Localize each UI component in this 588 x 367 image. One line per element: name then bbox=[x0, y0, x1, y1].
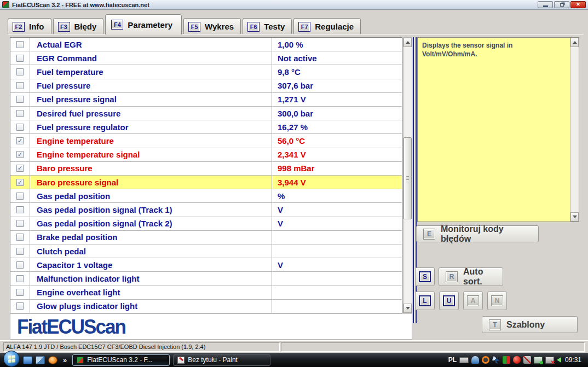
media-player-icon[interactable] bbox=[48, 356, 57, 364]
parameter-row[interactable]: ✓Baro pressure998 mBar bbox=[10, 162, 402, 176]
minimize-button[interactable] bbox=[538, 1, 553, 8]
parameter-row[interactable]: Malfunction indicator light bbox=[10, 272, 402, 286]
checkbox-cell bbox=[10, 51, 30, 65]
row-checkbox[interactable] bbox=[16, 110, 24, 117]
row-checkbox[interactable] bbox=[16, 68, 24, 75]
tray-update-icon[interactable] bbox=[482, 356, 489, 364]
table-scrollbar[interactable] bbox=[403, 37, 412, 313]
parameter-table: Actual EGR1,00 %EGR CommandNot activeFue… bbox=[10, 37, 402, 313]
checkbox-cell bbox=[10, 258, 30, 271]
keyboard-icon[interactable] bbox=[459, 357, 469, 363]
scroll-down-button[interactable] bbox=[403, 304, 412, 313]
key-badge-n: N bbox=[491, 295, 503, 306]
parameter-row[interactable]: Glow plugs indicator light bbox=[10, 300, 402, 313]
row-checkbox[interactable] bbox=[16, 96, 24, 103]
logo-strip: FiatECUScan bbox=[10, 314, 412, 340]
templates-button[interactable]: T Szablony bbox=[482, 316, 578, 333]
parameter-value: 2,341 V bbox=[272, 150, 402, 159]
network-disconnected-icon[interactable] bbox=[545, 357, 554, 364]
sort-button[interactable]: S bbox=[415, 267, 435, 286]
key-button-l[interactable]: L bbox=[415, 292, 435, 310]
parameter-row[interactable]: Desired fuel pressure300,0 bar bbox=[10, 107, 402, 120]
parameter-row[interactable]: ✓Engine temperature56,0 °C bbox=[10, 134, 402, 148]
parameter-row[interactable]: Brake pedal position bbox=[10, 231, 402, 244]
row-checkbox[interactable] bbox=[16, 289, 24, 296]
tab-testy[interactable]: F6Testy bbox=[243, 18, 292, 34]
row-checkbox[interactable] bbox=[16, 302, 24, 310]
parameter-row[interactable]: ✓Baro pressure signal3,944 V bbox=[10, 176, 402, 189]
tab-info[interactable]: F2Info bbox=[8, 18, 51, 34]
tab-label: Regulacje bbox=[315, 22, 354, 31]
taskbar-clock[interactable]: 09:31 bbox=[564, 356, 585, 364]
checkbox-cell: ✓ bbox=[10, 134, 30, 147]
scroll-up-button[interactable] bbox=[403, 38, 412, 47]
parameter-name: Fuel pressure bbox=[30, 79, 272, 92]
tray-pointer-icon[interactable] bbox=[492, 356, 500, 364]
parameter-row[interactable]: Fuel pressure regulator16,27 % bbox=[10, 120, 402, 134]
row-checkbox[interactable] bbox=[16, 261, 24, 269]
scrollbar-thumb[interactable] bbox=[403, 137, 412, 219]
templates-label: Szablony bbox=[506, 320, 545, 330]
parameter-name: Clutch pedal bbox=[30, 244, 272, 258]
tab-regulacje[interactable]: F7Regulacje bbox=[293, 18, 361, 34]
row-checkbox[interactable] bbox=[16, 41, 24, 48]
parameter-row[interactable]: Fuel pressure307,6 bar bbox=[10, 79, 402, 93]
overflow-chevron-icon[interactable]: » bbox=[61, 356, 69, 364]
row-checkbox[interactable] bbox=[16, 82, 24, 89]
network-activity-icon[interactable] bbox=[534, 357, 543, 364]
parameter-row[interactable]: Actual EGR1,00 % bbox=[10, 38, 402, 51]
show-desktop-icon[interactable] bbox=[23, 356, 32, 364]
row-checkbox[interactable] bbox=[16, 220, 24, 227]
info-scroll-down-button[interactable] bbox=[570, 212, 579, 222]
row-checkbox-checked[interactable]: ✓ bbox=[16, 165, 24, 172]
parameter-row[interactable]: Engine overheat light bbox=[10, 286, 402, 300]
parameter-row[interactable]: Fuel temperature9,8 °C bbox=[10, 65, 402, 79]
row-checkbox[interactable] bbox=[16, 193, 24, 200]
tab-wykres[interactable]: F5Wykres bbox=[183, 18, 241, 34]
parameter-value: Not active bbox=[272, 54, 402, 63]
start-button[interactable] bbox=[3, 351, 20, 367]
auto-sort-button[interactable]: R Auto sort. bbox=[439, 267, 503, 286]
row-checkbox[interactable] bbox=[16, 275, 24, 282]
key-button-u[interactable]: U bbox=[439, 292, 459, 310]
row-checkbox[interactable] bbox=[16, 248, 24, 255]
tray-antivirus-icon[interactable] bbox=[513, 356, 521, 364]
switch-windows-icon[interactable] bbox=[36, 356, 45, 364]
parameter-row[interactable]: Fuel pressure signal1,271 V bbox=[10, 93, 402, 107]
tray-disabled-device-icon[interactable] bbox=[523, 356, 531, 364]
row-checkbox[interactable] bbox=[16, 206, 24, 213]
windows-flag-icon bbox=[8, 355, 15, 363]
row-checkbox[interactable] bbox=[16, 124, 24, 131]
tab-parametery[interactable]: F4Parametery bbox=[105, 14, 182, 34]
key-button-n[interactable]: N bbox=[487, 292, 507, 310]
info-panel-scrollbar[interactable] bbox=[570, 38, 579, 222]
task-fiatecuscan[interactable]: FiatECUScan 3.2 - F... bbox=[72, 354, 170, 366]
auto-sort-label: Auto sort. bbox=[463, 267, 496, 287]
key-button-a[interactable]: A bbox=[463, 292, 483, 310]
tab-bledy[interactable]: F3Błędy bbox=[53, 18, 104, 34]
parameter-row[interactable]: Gas pedal position signal (Track 1)V bbox=[10, 203, 402, 217]
task-paint[interactable]: Bez tytułu - Paint bbox=[173, 354, 270, 366]
row-checkbox[interactable] bbox=[16, 234, 24, 241]
parameter-row[interactable]: Capacitor 1 voltageV bbox=[10, 258, 402, 272]
row-checkbox-checked[interactable]: ✓ bbox=[16, 179, 24, 186]
volume-icon[interactable] bbox=[557, 357, 561, 363]
monitor-error-codes-button[interactable]: E Monitoruj kody błędów bbox=[416, 225, 539, 242]
tray-person-icon[interactable] bbox=[471, 356, 479, 364]
parameter-row[interactable]: ✓Engine temperature signal2,341 V bbox=[10, 148, 402, 162]
windows-taskbar: » FiatECUScan 3.2 - F... Bez tytułu - Pa… bbox=[0, 353, 588, 367]
close-button[interactable]: ✕ bbox=[570, 1, 586, 8]
parameter-row[interactable]: Clutch pedal bbox=[10, 244, 402, 258]
tab-label: Parametery bbox=[128, 20, 172, 30]
tray-sync-icon[interactable] bbox=[503, 356, 510, 364]
row-checkbox[interactable] bbox=[16, 55, 24, 62]
language-indicator[interactable]: PL bbox=[448, 356, 457, 364]
row-checkbox-checked[interactable]: ✓ bbox=[16, 151, 24, 158]
restore-button[interactable] bbox=[554, 1, 569, 8]
info-scroll-up-button[interactable] bbox=[570, 38, 579, 47]
parameter-row[interactable]: Gas pedal position signal (Track 2)V bbox=[10, 217, 402, 231]
row-checkbox-checked[interactable]: ✓ bbox=[16, 137, 24, 144]
parameter-row[interactable]: EGR CommandNot active bbox=[10, 51, 402, 65]
parameter-row[interactable]: Gas pedal position% bbox=[10, 189, 402, 203]
parameter-value: V bbox=[272, 219, 402, 228]
